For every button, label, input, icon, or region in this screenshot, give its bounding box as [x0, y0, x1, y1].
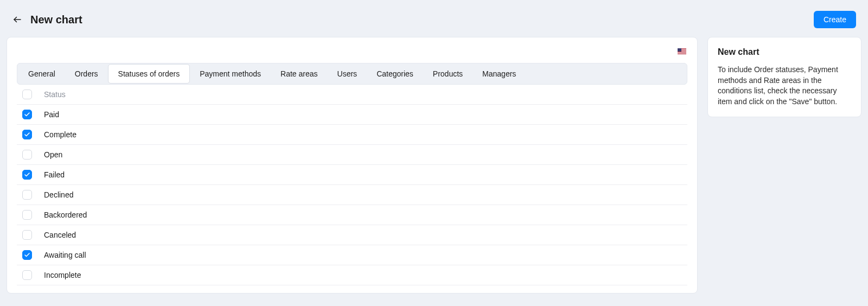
status-label: Paid: [44, 110, 59, 119]
table-row: Paid: [17, 105, 687, 125]
topbar-left: New chart: [12, 14, 82, 26]
language-bar: [17, 47, 687, 53]
svg-rect-8: [678, 48, 681, 52]
table-row: Awaiting call: [17, 245, 687, 265]
status-checkbox[interactable]: [22, 130, 32, 139]
topbar: New chart Create: [0, 0, 868, 37]
tab-categories[interactable]: Categories: [367, 65, 423, 83]
side-panel: New chart To include Order statuses, Pay…: [707, 37, 861, 117]
svg-rect-5: [678, 52, 686, 52]
table-header-label: Status: [44, 90, 66, 99]
status-checkbox[interactable]: [22, 250, 32, 260]
table-row: Open: [17, 145, 687, 165]
tab-general[interactable]: General: [18, 65, 65, 83]
svg-rect-7: [678, 54, 686, 54]
create-button[interactable]: Create: [814, 11, 856, 28]
status-label: Backordered: [44, 211, 87, 219]
main-panel: GeneralOrdersStatuses of ordersPayment m…: [7, 37, 698, 294]
back-button[interactable]: [12, 14, 23, 25]
table-header-row: Status: [17, 85, 687, 105]
status-checkbox[interactable]: [22, 110, 32, 119]
table-row: Complete: [17, 125, 687, 145]
status-checkbox[interactable]: [22, 210, 32, 220]
flag-us-icon[interactable]: [678, 47, 686, 53]
tab-users[interactable]: Users: [328, 65, 367, 83]
side-panel-text: To include Order statuses, Payment metho…: [718, 65, 851, 107]
status-label: Awaiting call: [44, 251, 86, 259]
tab-payment-methods[interactable]: Payment methods: [190, 65, 271, 83]
table-row: Declined: [17, 185, 687, 205]
tab-managers[interactable]: Managers: [473, 65, 526, 83]
table-row: Canceled: [17, 225, 687, 245]
status-checkbox[interactable]: [22, 150, 32, 160]
status-label: Open: [44, 150, 62, 159]
tab-orders[interactable]: Orders: [65, 65, 108, 83]
status-label: Incomplete: [44, 271, 81, 279]
status-label: Canceled: [44, 231, 76, 239]
page-title: New chart: [30, 14, 82, 26]
status-checkbox[interactable]: [22, 190, 32, 200]
side-panel-title: New chart: [718, 47, 851, 57]
page: New chart Create: [0, 0, 868, 306]
status-checkbox[interactable]: [22, 270, 32, 280]
status-checkbox[interactable]: [22, 170, 32, 180]
content: GeneralOrdersStatuses of ordersPayment m…: [0, 37, 868, 304]
tab-statuses-of-orders[interactable]: Statuses of orders: [108, 64, 190, 84]
status-label: Complete: [44, 130, 76, 139]
svg-rect-6: [678, 53, 686, 53]
tab-products[interactable]: Products: [423, 65, 473, 83]
tab-rate-areas[interactable]: Rate areas: [271, 65, 327, 83]
status-label: Failed: [44, 170, 65, 179]
table-row: Failed: [17, 165, 687, 185]
select-all-checkbox[interactable]: [22, 90, 32, 99]
status-label: Declined: [44, 190, 73, 199]
arrow-left-icon: [12, 15, 22, 24]
tabs: GeneralOrdersStatuses of ordersPayment m…: [17, 63, 687, 85]
table-row: Backordered: [17, 205, 687, 225]
status-checkbox[interactable]: [22, 230, 32, 240]
status-table: Status PaidCompleteOpenFailedDeclinedBac…: [17, 85, 687, 285]
table-row: Incomplete: [17, 265, 687, 285]
